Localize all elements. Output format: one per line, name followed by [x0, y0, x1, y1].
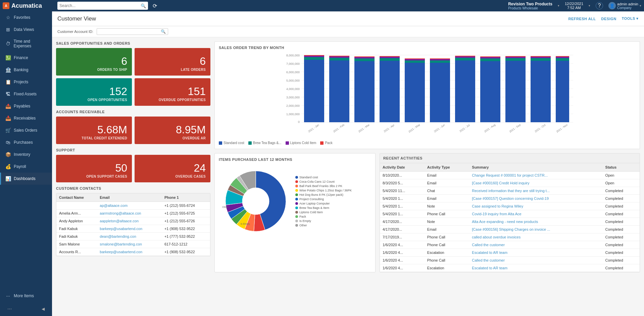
customer-account-filter[interactable]: 🔍: [97, 28, 168, 35]
svg-text:5,000,000: 5,000,000: [286, 79, 300, 82]
sidebar-item-payables[interactable]: 📤 Payables: [0, 100, 52, 112]
pie-label-empty: Is Empty: [295, 219, 352, 223]
act-summary[interactable]: Called the customer: [469, 241, 602, 249]
search-input[interactable]: [59, 3, 141, 8]
open-support-tile[interactable]: 50 OPEN SUPPORT CASES: [56, 155, 132, 182]
svg-rect-55: [531, 58, 551, 61]
sidebar-dots-button[interactable]: ···: [3, 303, 16, 315]
customer-account-input[interactable]: [99, 30, 159, 34]
sidebar-item-data-views[interactable]: ⊞ Data Views: [0, 24, 52, 36]
search-box[interactable]: 🔍: [57, 2, 148, 10]
sidebar-item-purchases[interactable]: 🛍 Purchases: [0, 136, 52, 148]
app-logo[interactable]: A Acumatica: [3, 2, 55, 9]
act-col-status: Status: [603, 163, 640, 172]
pie-text-empty: Is Empty: [299, 219, 311, 223]
svg-rect-36: [405, 59, 425, 60]
contacts-section: CUSTOMER CONTACTS Contact Name Email Pho…: [56, 186, 210, 256]
list-item: 4/17/2020... Note Alta Ace expanding - n…: [380, 218, 640, 226]
pie-dot-project: [295, 198, 298, 200]
sidebar-item-time-expenses[interactable]: ⏱ Time and Expenses: [0, 36, 52, 52]
sidebar-item-payroll[interactable]: 💰 Payroll: [0, 161, 52, 173]
user-company: Company: [617, 6, 638, 10]
receivables-icon: 📥: [5, 116, 11, 121]
pie-text-brew: Brew Tea Bags & Item: [299, 206, 329, 210]
company-name: Revision Two Products: [508, 2, 552, 6]
list-item: 1/6/2020 4... Phone Call Called the cust…: [380, 241, 640, 249]
sidebar-item-projects[interactable]: 📋 Projects: [0, 76, 52, 88]
act-date: 1/6/2020 4...: [380, 249, 425, 257]
sales-section-header: SALES OPPORTUNITIES AND ORDERS: [56, 41, 210, 45]
filter-search-icon[interactable]: 🔍: [161, 29, 166, 34]
act-summary[interactable]: Alta Ace expanding - need new products: [469, 218, 602, 226]
svg-rect-41: [430, 58, 450, 59]
pie-text-other: Other: [299, 224, 307, 227]
bar-chart-svg: 8,000,000 7,000,000 6,000,000 5,000,000 …: [219, 52, 636, 133]
sidebar-label-time-expenses: Time and Expenses: [13, 39, 48, 48]
act-summary[interactable]: Change Request # 000001 for project CSTR…: [469, 172, 602, 179]
history-button[interactable]: ⟳: [151, 3, 159, 9]
sidebar-item-more-items[interactable]: ··· More Items: [0, 290, 52, 302]
sidebar-item-dashboards[interactable]: 📊 Dashboards: [0, 173, 52, 185]
act-summary[interactable]: Escalated to AR team: [469, 249, 602, 257]
company-selector[interactable]: Revision Two Products Products Wholesale: [508, 2, 552, 10]
tools-button[interactable]: TOOLS ▾: [622, 16, 639, 21]
activities-container: RECENT ACTIVITIES Activity Date Activity…: [380, 153, 640, 272]
date-chevron-icon[interactable]: ▾: [589, 4, 590, 7]
overdue-ar-tile[interactable]: 8.95M OVERDUE AR: [135, 117, 210, 144]
sidebar-item-finance[interactable]: 💹 Finance: [0, 52, 52, 64]
sidebar-item-favorites[interactable]: ☆ Favorites: [0, 11, 52, 24]
sidebar-item-receivables[interactable]: 📥 Receivables: [0, 112, 52, 124]
help-button[interactable]: ?: [596, 2, 603, 9]
contact-email[interactable]: aappleton@altaace.con: [97, 217, 162, 225]
svg-rect-57: [531, 56, 551, 57]
table-row: ap@altaace.com +1 (212) 555-6724: [56, 202, 210, 210]
act-summary[interactable]: Received information that they are still…: [469, 187, 602, 195]
svg-rect-39: [430, 60, 450, 63]
filter-label: Customer Account ID:: [57, 30, 93, 34]
user-menu-button[interactable]: 👤 admin admin Company ▾: [608, 2, 641, 10]
contact-name: Sam Malone: [56, 240, 97, 248]
contact-email[interactable]: smalone@bartending.con: [97, 240, 162, 248]
contact-email[interactable]: ap@altaace.com: [97, 202, 162, 210]
act-summary[interactable]: Escalated to AR team: [469, 264, 602, 272]
bar-chart-area: 8,000,000 7,000,000 6,000,000 5,000,000 …: [219, 52, 636, 140]
sidebar-collapse-button[interactable]: ◀: [37, 304, 49, 314]
sidebar: ☆ Favorites ⊞ Data Views ⏱ Time and Expe…: [0, 11, 52, 316]
late-orders-tile[interactable]: 6 LATE ORDERS: [135, 48, 210, 76]
act-summary[interactable]: [Case #000156] Shipping Charges on invoi…: [469, 226, 602, 233]
act-summary[interactable]: [Case #000157] Question concerning Covid…: [469, 195, 602, 202]
svg-text:2021 - Feb: 2021 - Feb: [333, 123, 345, 133]
sidebar-item-banking[interactable]: 🏦 Banking: [0, 64, 52, 76]
payables-icon: 📤: [5, 103, 11, 109]
svg-rect-59: [556, 58, 569, 61]
orders-to-ship-tile[interactable]: 6 ORDERS TO SHIP: [56, 48, 132, 76]
refresh-all-button[interactable]: REFRESH ALL: [568, 17, 596, 21]
sidebar-item-sales-orders[interactable]: 🛒 Sales Orders: [0, 124, 52, 136]
total-credit-tile[interactable]: 5.68M TOTAL CREDIT EXTENDED: [56, 117, 132, 144]
svg-rect-61: [556, 56, 569, 57]
contact-email[interactable]: aarmstrong@altaace.con: [97, 210, 162, 217]
act-status: Completed: [603, 218, 640, 226]
overdue-opportunities-tile[interactable]: 151 OVERDUE OPPORTUNITIES: [135, 78, 210, 106]
orders-to-ship-number: 6: [61, 56, 127, 66]
act-status: Completed: [603, 202, 640, 210]
open-opportunities-tile[interactable]: 152 OPEN OPPORTUNITIES: [56, 78, 132, 106]
act-summary[interactable]: called about overdue invoices: [469, 233, 602, 241]
contact-email[interactable]: dean@bartending.con: [97, 233, 162, 240]
sidebar-item-fixed-assets[interactable]: 🏗 Fixed Assets: [0, 88, 52, 100]
contact-email[interactable]: barkeep@usabartend.con: [97, 248, 162, 256]
svg-text:2021 - Aug: 2021 - Aug: [484, 123, 496, 133]
act-summary[interactable]: Case assigned to Regina Wiley: [469, 202, 602, 210]
design-button[interactable]: DESIGN: [601, 17, 616, 21]
datetime-display[interactable]: 12/22/2021 7:52 AM: [565, 2, 583, 10]
overdue-cases-tile[interactable]: 24 OVERDUE CASES: [135, 155, 210, 182]
svg-text:0: 0: [298, 120, 300, 124]
fixed-assets-icon: 🏗: [5, 91, 11, 97]
company-chevron-icon[interactable]: ▾: [558, 4, 559, 7]
act-summary[interactable]: [Case #000160] Credit Hold inquiry: [469, 179, 602, 187]
svg-rect-56: [531, 57, 551, 58]
act-summary[interactable]: Covid-19 inquiry from Alta Ace: [469, 210, 602, 218]
act-summary[interactable]: Called the customer: [469, 257, 602, 264]
contact-email[interactable]: barkeep@usabartend.con: [97, 225, 162, 233]
sidebar-item-inventory[interactable]: 📦 Inventory: [0, 148, 52, 161]
